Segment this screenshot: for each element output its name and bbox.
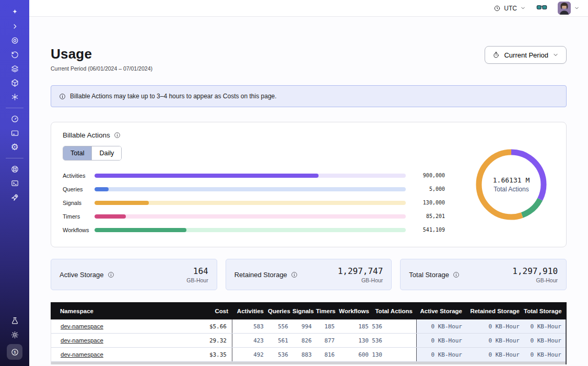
- column-header-total-storage: Total Storage: [524, 308, 566, 314]
- table-row-partial: [51, 362, 567, 364]
- activities-cell: 492: [232, 348, 268, 361]
- clock-icon: [493, 5, 501, 12]
- info-icon[interactable]: [108, 271, 114, 278]
- bar-fill: [95, 228, 186, 232]
- info-icon[interactable]: [114, 132, 121, 139]
- total-actions-donut: 1.66131 M Total Actions: [456, 122, 566, 247]
- chevron-down-icon: [520, 5, 526, 11]
- support-lifebuoy-icon[interactable]: [6, 162, 23, 176]
- page-title: Usage: [51, 46, 152, 62]
- billable-card-title: Billable Actions: [63, 131, 110, 139]
- settings-gear-icon[interactable]: ⚙: [6, 140, 23, 154]
- labs-flask-icon[interactable]: [6, 314, 23, 328]
- bar-row-signals: Signals130,000: [63, 198, 445, 207]
- active-storage-card: Active Storage 164 GB-Hour: [51, 259, 217, 290]
- retained-storage-cell: 0 KB-Hour: [466, 348, 524, 361]
- column-header-activities: Activities: [232, 308, 268, 314]
- feedback-terminal-icon[interactable]: [6, 176, 23, 190]
- info-icon[interactable]: [453, 271, 460, 278]
- content: Usage Current Period (06/01/2024 – 07/01…: [29, 17, 588, 364]
- page-subtitle: Current Period (06/01/2024 – 07/01/2024): [51, 65, 152, 72]
- pricing-coin-icon[interactable]: $: [7, 344, 22, 360]
- expand-sidebar-icon[interactable]: [6, 19, 23, 33]
- billable-actions-bar-chart: Activities900,000Queries5,000Signals130,…: [63, 171, 445, 234]
- storage-cards: Active Storage 164 GB-Hour Retained Stor…: [51, 259, 567, 290]
- info-icon: [59, 93, 66, 100]
- total-actions-cell: 130: [373, 348, 417, 361]
- deployments-cube-icon[interactable]: [6, 76, 23, 90]
- total-actions-cell: 536: [373, 334, 417, 347]
- period-dropdown-button[interactable]: Current Period: [485, 46, 567, 64]
- tab-total[interactable]: Total: [63, 146, 91, 160]
- temporal-logo[interactable]: [6, 5, 23, 19]
- active-storage-cell: 0 KB-Hour: [417, 348, 466, 361]
- total-storage-cell: 0 KB-Hour: [524, 348, 566, 361]
- bar-row-queries: Queries5,000: [63, 185, 445, 193]
- namespaces-icon[interactable]: [6, 33, 23, 48]
- active-storage-unit: GB-Hour: [186, 277, 208, 283]
- donut-total-value: 1.66131 M: [493, 176, 530, 184]
- total-storage-value: 1,297,910: [512, 266, 558, 276]
- bar-fill: [95, 174, 319, 178]
- stopwatch-icon: [492, 51, 500, 59]
- namespace-usage-table: NamespaceCostActivitiesQueriesSignalsTim…: [51, 302, 567, 364]
- column-header-total-actions: Total Actions: [373, 308, 417, 314]
- namespace-link[interactable]: dev-namespace: [61, 337, 103, 344]
- timers-cell: 816: [316, 348, 339, 361]
- sidebar-divider: [6, 108, 23, 108]
- user-avatar: [558, 2, 571, 15]
- namespace-cell: dev-namespace: [51, 348, 185, 361]
- bar-value: 900,000: [411, 173, 445, 178]
- bar-fill: [95, 201, 149, 205]
- usage-gauge-icon[interactable]: [6, 112, 23, 126]
- table-row: dev-namespace$5.665835569941851855360 KB…: [51, 319, 566, 334]
- column-header-retained-storage: Retained Storage: [466, 308, 524, 314]
- history-icon[interactable]: [6, 48, 23, 62]
- table-row: dev-namespace29.324235618268771305360 KB…: [51, 334, 566, 348]
- nexus-asterisk-icon[interactable]: [6, 90, 23, 104]
- main-area: UTC Usage: [29, 0, 588, 366]
- signals-cell: 826: [292, 334, 316, 347]
- billing-card-icon[interactable]: [6, 126, 23, 140]
- bar-track: [95, 201, 406, 205]
- active-storage-cell: 0 KB-Hour: [417, 319, 466, 333]
- theme-sun-icon[interactable]: [6, 328, 23, 342]
- bar-label: Activities: [63, 173, 89, 179]
- donut-total-label: Total Actions: [493, 186, 530, 193]
- active-storage-cell: 0 KB-Hour: [417, 334, 466, 347]
- retained-storage-cell: 0 KB-Hour: [466, 334, 524, 347]
- bar-label: Queries: [63, 186, 89, 192]
- user-menu[interactable]: [558, 2, 580, 15]
- timers-cell: 185: [316, 319, 339, 333]
- namespace-link[interactable]: dev-namespace: [61, 323, 103, 329]
- total-storage-cell: 0 KB-Hour: [524, 334, 566, 347]
- getting-started-rocket-icon[interactable]: [6, 190, 23, 204]
- total-daily-toggle: Total Daily: [63, 146, 122, 161]
- retained-storage-card: Retained Storage 1,297,747 GB-Hour: [226, 259, 392, 290]
- bar-row-activities: Activities900,000: [63, 171, 445, 180]
- retained-storage-cell: 0 KB-Hour: [466, 319, 524, 333]
- table-row: dev-namespace$3.354925368838166001300 KB…: [51, 348, 566, 362]
- retained-storage-unit: GB-Hour: [338, 277, 383, 283]
- goggles-icon: [536, 3, 547, 12]
- timezone-selector[interactable]: UTC: [493, 5, 526, 12]
- chevron-down-icon: [574, 5, 580, 11]
- bar-label: Workflows: [63, 227, 89, 233]
- info-icon[interactable]: [291, 271, 298, 278]
- tab-daily[interactable]: Daily: [91, 146, 121, 160]
- bar-track: [95, 174, 406, 178]
- bar-row-workflows: Workflows541,109: [63, 225, 445, 234]
- namespace-link[interactable]: dev-namespace: [61, 351, 103, 358]
- goggles-button[interactable]: [536, 3, 547, 14]
- timers-cell: 877: [316, 334, 339, 347]
- layers-icon[interactable]: [6, 62, 23, 76]
- retained-storage-value: 1,297,747: [338, 266, 383, 276]
- banner-text: Billable Actions may take up to 3–4 hour…: [70, 93, 277, 100]
- total-storage-cell: 0 KB-Hour: [524, 319, 566, 333]
- bar-track: [95, 214, 406, 219]
- bar-label: Timers: [63, 213, 89, 220]
- column-header-active-storage: Active Storage: [417, 308, 466, 314]
- namespace-cell: dev-namespace: [51, 334, 185, 347]
- billable-actions-card: Billable Actions Total Daily Activities9…: [51, 122, 567, 247]
- workflows-cell: 600: [339, 348, 373, 361]
